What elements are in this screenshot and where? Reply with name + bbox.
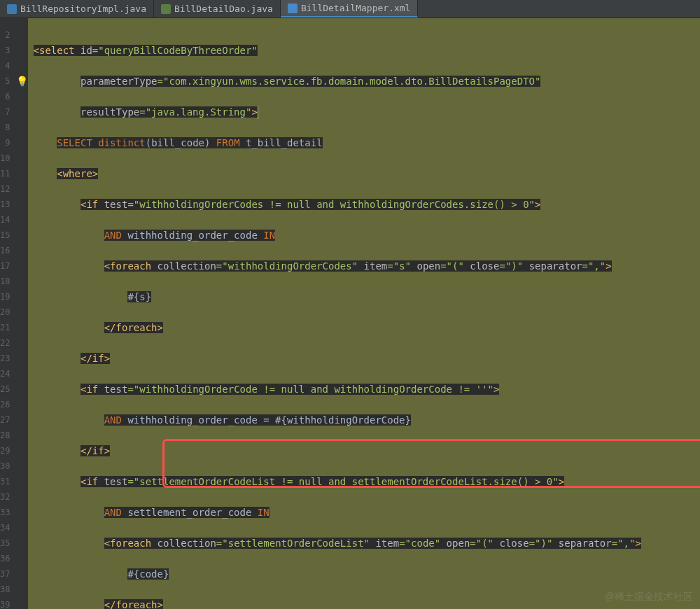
java-icon: [7, 4, 17, 14]
editor: 2345678910111213141516171819202122232425…: [0, 18, 700, 609]
bulb-icon[interactable]: 💡: [16, 76, 28, 87]
xml-icon: [288, 4, 298, 13]
tab-bar: BillRepositoryImpl.java BillDetailDao.ja…: [0, 0, 700, 18]
watermark: @稀土掘金技术社区: [605, 591, 693, 603]
tab-bill-repository[interactable]: BillRepositoryImpl.java: [0, 0, 154, 18]
tab-bill-detail-dao[interactable]: BillDetailDao.java: [154, 0, 281, 18]
tab-bill-detail-mapper[interactable]: BillDetailMapper.xml: [281, 0, 419, 18]
fold-column: 💡: [16, 18, 28, 609]
java-icon: [161, 4, 171, 14]
code-area[interactable]: <select id="queryBillCodeByThreeOrder" p…: [28, 18, 700, 609]
tab-label: BillDetailMapper.xml: [301, 3, 411, 13]
line-numbers: 2345678910111213141516171819202122232425…: [0, 18, 16, 609]
tab-label: BillDetailDao.java: [174, 4, 273, 14]
tab-label: BillRepositoryImpl.java: [20, 4, 146, 14]
